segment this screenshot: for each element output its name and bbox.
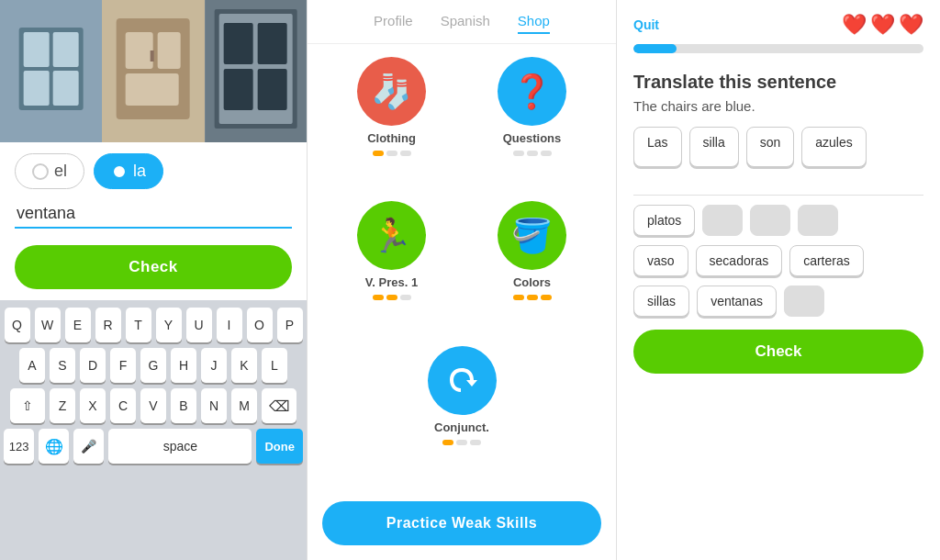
key-z[interactable]: Z [50, 388, 75, 423]
translate-section: Translate this sentence The chairs are b… [617, 64, 940, 191]
key-space[interactable]: space [108, 429, 252, 464]
word-option-row-3: sillas ventanas [633, 286, 923, 317]
skill-grid: 🧦 Clothing ❓ Questions 🏃 V. Pres. 1 [308, 44, 616, 494]
key-j[interactable]: J [201, 348, 227, 383]
radio-la[interactable]: la [94, 153, 163, 189]
skill-icon-clothing: 🧦 [357, 57, 426, 126]
skill-progress-colors [513, 295, 552, 300]
key-b[interactable]: B [171, 388, 196, 423]
practice-weak-skills-button[interactable]: Practice Weak Skills [322, 501, 601, 545]
key-v[interactable]: V [140, 388, 166, 423]
image-row [0, 0, 307, 142]
key-c[interactable]: C [110, 388, 136, 423]
skill-vpres1[interactable]: 🏃 V. Pres. 1 [326, 201, 457, 336]
answer-chip-son[interactable]: son [746, 127, 795, 167]
key-w[interactable]: W [35, 308, 61, 342]
skill-icon-vpres1: 🏃 [357, 201, 426, 270]
word-options: platos vaso secadoras carteras sillas ve… [617, 205, 940, 317]
option-chip-placeholder-4 [784, 286, 824, 317]
key-u[interactable]: U [186, 308, 212, 342]
heart-3: ❤️ [899, 13, 923, 37]
nav-profile[interactable]: Profile [374, 13, 413, 34]
key-globe[interactable]: 🌐 [39, 429, 69, 464]
prog-dot [541, 295, 552, 300]
prog-dot [442, 440, 453, 445]
key-numbers[interactable]: 123 [4, 429, 34, 464]
key-m[interactable]: M [231, 388, 257, 423]
key-s[interactable]: S [50, 348, 75, 383]
divider [633, 195, 923, 196]
key-x[interactable]: X [80, 388, 106, 423]
nav-shop[interactable]: Shop [518, 13, 550, 34]
prog-dot [541, 151, 552, 156]
svg-rect-3 [53, 32, 79, 67]
key-o[interactable]: O [247, 308, 273, 342]
key-e[interactable]: E [65, 308, 91, 342]
option-chip-platos[interactable]: platos [633, 205, 695, 236]
image-cell-2 [102, 0, 204, 142]
key-row-1: Q W E R T Y U I O P [4, 308, 303, 342]
key-n[interactable]: N [201, 388, 227, 423]
key-a[interactable]: A [19, 348, 45, 383]
prog-dot [400, 295, 411, 300]
key-i[interactable]: I [217, 308, 242, 342]
key-row-3: ⇧ Z X C V B N M ⌫ [4, 388, 303, 423]
prog-dot [373, 295, 384, 300]
option-chip-secadoras[interactable]: secadoras [696, 245, 783, 276]
key-r[interactable]: R [95, 308, 121, 342]
prog-dot [386, 295, 397, 300]
svg-rect-9 [158, 32, 181, 69]
key-l[interactable]: L [262, 348, 287, 383]
key-p[interactable]: P [277, 308, 303, 342]
progress-bar-fill [633, 44, 677, 53]
check-button[interactable]: Check [15, 245, 292, 289]
prog-dot [527, 151, 538, 156]
key-delete[interactable]: ⌫ [262, 388, 297, 423]
key-g[interactable]: G [140, 348, 166, 383]
skill-conjunct[interactable]: Conjunct. [326, 346, 598, 481]
prog-dot [456, 440, 467, 445]
key-f[interactable]: F [110, 348, 136, 383]
skill-name-clothing: Clothing [367, 131, 416, 145]
radio-circle-la [111, 163, 128, 180]
answer-chip-azules[interactable]: azules [801, 127, 866, 167]
key-t[interactable]: T [126, 308, 151, 342]
key-q[interactable]: Q [5, 308, 30, 342]
svg-rect-11 [151, 50, 154, 62]
nav-spanish[interactable]: Spanish [441, 13, 490, 34]
svg-rect-2 [24, 32, 50, 67]
skill-questions[interactable]: ❓ Questions [466, 57, 598, 192]
key-d[interactable]: D [80, 348, 106, 383]
skill-progress-vpres1 [373, 295, 411, 300]
key-mic[interactable]: 🎤 [73, 429, 104, 464]
skill-icon-conjunct [428, 346, 497, 415]
option-chip-vaso[interactable]: vaso [633, 245, 688, 276]
word-input[interactable] [15, 200, 292, 229]
skill-colors[interactable]: 🪣 Colors [466, 201, 598, 336]
skill-clothing[interactable]: 🧦 Clothing [326, 57, 457, 192]
key-done[interactable]: Done [256, 429, 303, 464]
option-chip-ventanas[interactable]: ventanas [697, 286, 777, 317]
answer-chip-silla[interactable]: silla [689, 127, 739, 167]
quit-button[interactable]: Quit [633, 17, 659, 32]
radio-la-label: la [133, 162, 146, 181]
key-h[interactable]: H [171, 348, 196, 383]
translate-sentence: The chairs are blue. [633, 98, 923, 114]
answer-chip-las[interactable]: Las [633, 127, 682, 167]
key-shift[interactable]: ⇧ [10, 388, 45, 423]
skill-name-questions: Questions [503, 131, 562, 145]
option-chip-placeholder-1 [702, 205, 743, 236]
image-cell-3 [205, 0, 307, 142]
skill-icon-questions: ❓ [498, 57, 566, 126]
svg-rect-16 [257, 23, 286, 64]
prog-dot [373, 151, 384, 156]
radio-el[interactable]: el [15, 153, 84, 189]
option-chip-carteras[interactable]: carteras [789, 245, 864, 276]
option-chip-sillas[interactable]: sillas [633, 286, 689, 317]
key-y[interactable]: Y [156, 308, 182, 342]
key-k[interactable]: K [231, 348, 257, 383]
right-check-button[interactable]: Check [633, 330, 923, 374]
prog-dot [400, 151, 411, 156]
mid-panel: Profile Spanish Shop 🧦 Clothing ❓ Questi… [308, 0, 617, 560]
heart-1: ❤️ [842, 13, 867, 37]
